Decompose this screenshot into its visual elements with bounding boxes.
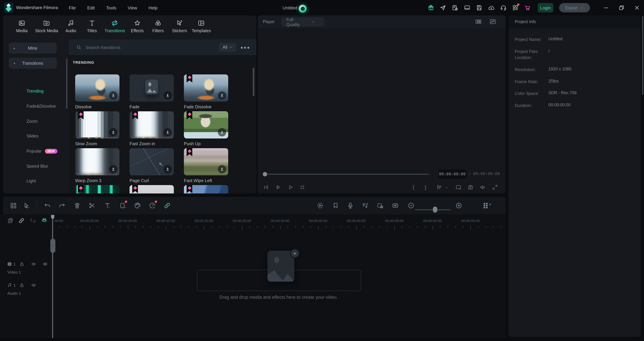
transition-card-slow-zoom[interactable]: Slow Zoom <box>75 111 120 146</box>
preview-render-icon[interactable] <box>316 202 324 209</box>
download-icon[interactable] <box>218 128 226 136</box>
backup-icon[interactable] <box>452 4 458 11</box>
grid-scrollbar[interactable] <box>253 68 254 96</box>
sidebar-item-slides[interactable]: Slides <box>26 133 38 138</box>
transition-card-fade[interactable]: Fade <box>130 74 174 109</box>
export-button[interactable]: Export <box>559 3 590 12</box>
transition-card-fast-zoom-in[interactable]: Fast Zoom in <box>130 111 174 146</box>
zoom-in-icon[interactable] <box>455 202 462 209</box>
step-back-icon[interactable] <box>263 184 269 190</box>
text-icon[interactable] <box>104 202 111 209</box>
menu-tools[interactable]: Tools <box>106 5 116 10</box>
transition-thumbnail[interactable] <box>75 111 120 138</box>
tab-effects[interactable]: Effects <box>131 19 144 33</box>
scopes-icon[interactable] <box>489 18 496 25</box>
sidebar-item-light[interactable]: Light <box>26 178 36 183</box>
menu-help[interactable]: Help <box>148 5 158 10</box>
mark-out-icon[interactable]: } <box>424 184 427 190</box>
tab-stock-media[interactable]: Stock Media <box>35 19 58 33</box>
menu-view[interactable]: View <box>128 5 137 10</box>
mute-speaker-icon[interactable] <box>31 282 36 288</box>
split-icon[interactable] <box>88 202 96 209</box>
sidebar-item-speed-blur[interactable]: Speed Blur <box>26 164 48 169</box>
tab-audio[interactable]: Audio <box>66 19 76 33</box>
playback-scrubber-handle[interactable] <box>263 172 267 176</box>
tab-media[interactable]: Media <box>16 19 28 33</box>
sidebar-item-fade-dissolve[interactable]: Fade&Dissolve <box>26 104 56 109</box>
tab-filters[interactable]: Filters <box>152 19 164 33</box>
zoom-out-icon[interactable] <box>408 202 415 209</box>
search-input[interactable] <box>85 44 219 50</box>
fit-screen-icon[interactable] <box>455 184 462 190</box>
ai-portrait-icon[interactable] <box>299 5 307 13</box>
cart-icon[interactable] <box>524 4 531 11</box>
undo-icon[interactable] <box>44 202 51 209</box>
in-out-range-icon[interactable] <box>436 184 442 190</box>
transition-thumbnail[interactable] <box>75 74 120 102</box>
redo-icon[interactable] <box>58 202 66 209</box>
download-icon[interactable] <box>109 128 118 136</box>
crop-icon[interactable] <box>119 202 126 209</box>
restore-button[interactable] <box>618 4 625 11</box>
send-icon[interactable] <box>440 4 446 11</box>
download-icon[interactable] <box>164 128 172 136</box>
transition-card-push-up[interactable]: Push Up <box>184 111 228 146</box>
transition-thumbnail[interactable] <box>130 185 174 193</box>
sidebar-item-popular[interactable]: PopularNEW <box>26 149 58 154</box>
transition-card-fast-wipe-left[interactable]: Fast Wipe Left <box>184 148 228 183</box>
transition-thumbnail[interactable] <box>130 74 174 102</box>
trash-icon[interactable] <box>74 202 81 209</box>
transition-thumbnail[interactable] <box>184 111 228 138</box>
transition-card-page-curl[interactable]: ↖Page Curl <box>130 148 174 183</box>
transition-thumbnail[interactable]: ↖ <box>130 148 174 175</box>
add-media-plus-icon[interactable]: + <box>290 249 300 258</box>
speed-ai-icon[interactable]: AI <box>149 202 156 209</box>
save-icon[interactable] <box>476 4 482 11</box>
panel-scrollbar[interactable] <box>642 16 643 95</box>
login-button[interactable]: Login <box>538 3 554 12</box>
step-forward-icon[interactable] <box>275 184 282 190</box>
sidebar-scrollbar[interactable] <box>66 58 68 109</box>
playback-scrubber-track[interactable] <box>267 174 429 175</box>
transition-card-fade-dissolve[interactable]: Fade Dissolve <box>184 74 228 109</box>
playhead[interactable] <box>52 215 53 338</box>
track-panel-handle[interactable]: ‹ <box>50 239 55 253</box>
tab-stickers[interactable]: Stickers <box>172 19 187 33</box>
transition-card-partial-1[interactable] <box>130 185 174 193</box>
transition-card-dissolve[interactable]: Dissolve <box>75 74 120 109</box>
stop-icon[interactable] <box>299 184 306 190</box>
tab-templates[interactable]: Templates <box>192 19 211 33</box>
transition-thumbnail[interactable] <box>130 111 174 138</box>
grid-icon[interactable] <box>512 4 519 11</box>
volume-icon[interactable] <box>480 184 486 190</box>
gift-icon[interactable] <box>428 4 434 11</box>
track-manager-icon[interactable] <box>482 202 489 209</box>
transition-card-partial-2[interactable] <box>184 185 228 193</box>
screen-icon[interactable] <box>464 4 470 11</box>
unlink-clips-icon[interactable] <box>30 217 36 224</box>
tab-titles[interactable]: Titles <box>87 19 97 33</box>
marker-icon[interactable] <box>332 202 339 209</box>
minimize-button[interactable] <box>603 4 610 11</box>
track-manager-caret-icon[interactable]: ▾ <box>489 203 491 206</box>
support-icon[interactable] <box>500 4 507 11</box>
lock-open-icon[interactable] <box>19 261 25 267</box>
fullscreen-icon[interactable] <box>492 184 498 190</box>
audio-stretch-icon[interactable] <box>362 202 369 209</box>
transition-card-partial-0[interactable] <box>75 185 120 193</box>
sidebar-group-mine[interactable]: ▸Mine <box>9 42 57 54</box>
play-icon[interactable] <box>288 184 294 190</box>
link-icon[interactable] <box>164 202 171 209</box>
filter-select[interactable]: All <box>219 43 236 52</box>
shapes-icon[interactable] <box>10 202 17 209</box>
more-options-icon[interactable]: ●●● <box>240 45 250 50</box>
download-icon[interactable] <box>109 165 118 173</box>
quality-select[interactable]: Full Quality <box>282 17 324 26</box>
lock-open-icon[interactable] <box>19 282 25 288</box>
sidebar-item-trending[interactable]: Trending <box>26 88 44 93</box>
tab-transitions[interactable]: Transitions <box>104 19 125 33</box>
palette-icon[interactable] <box>134 202 141 209</box>
multiview-icon[interactable] <box>475 18 482 25</box>
transition-card-warp-zoom-3[interactable]: Warp Zoom 3 <box>75 148 120 183</box>
mark-in-icon[interactable]: { <box>412 184 415 190</box>
